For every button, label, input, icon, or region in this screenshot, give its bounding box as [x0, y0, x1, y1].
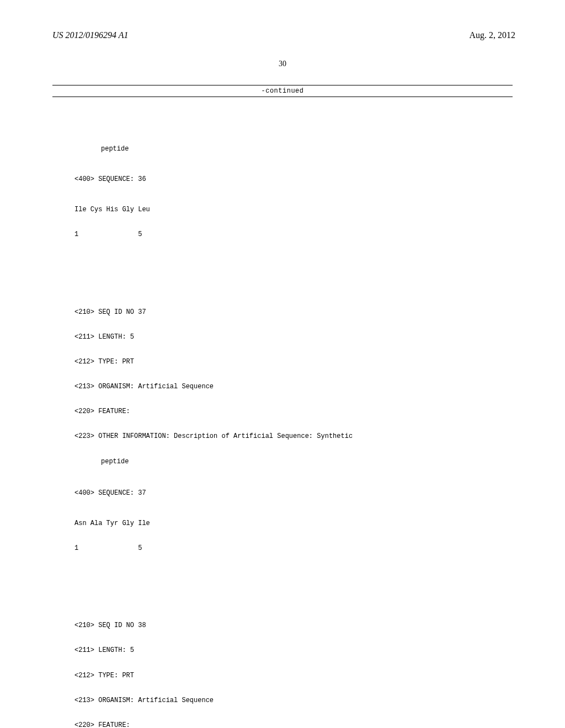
seq-header-212: <212> TYPE: PRT — [74, 358, 513, 366]
publication-date: Aug. 2, 2012 — [469, 30, 515, 40]
sequence-block-37: <210> SEQ ID NO 37 <211> LENGTH: 5 <212>… — [74, 292, 513, 569]
sequence-block-36: peptide <400> SEQUENCE: 36 Ile Cys His G… — [74, 129, 513, 254]
seq-header-210: <210> SEQ ID NO 37 — [74, 308, 513, 316]
sequence-400: <400> SEQUENCE: 36 — [74, 175, 513, 183]
sequence-positions: 1 5 — [74, 544, 513, 552]
seq-header-211: <211> LENGTH: 5 — [74, 646, 513, 654]
publication-number: US 2012/0196294 A1 — [52, 30, 128, 40]
seq-header-220: <220> FEATURE: — [74, 408, 513, 415]
seq-header-213: <213> ORGANISM: Artificial Sequence — [74, 697, 513, 704]
seq-header-210: <210> SEQ ID NO 38 — [74, 622, 513, 629]
seq-header-223: <223> OTHER INFORMATION: Description of … — [74, 432, 513, 440]
page-number: 30 — [0, 60, 565, 68]
continued-wrapper: -continued — [52, 85, 513, 97]
seq-header-213: <213> ORGANISM: Artificial Sequence — [74, 383, 513, 390]
seq-header-220: <220> FEATURE: — [74, 721, 513, 728]
sequence-400: <400> SEQUENCE: 37 — [74, 489, 513, 497]
continued-label: -continued — [52, 85, 513, 97]
page-header: US 2012/0196294 A1 Aug. 2, 2012 — [0, 0, 565, 46]
sequence-positions: 1 5 — [74, 231, 513, 238]
seq-header-211: <211> LENGTH: 5 — [74, 333, 513, 341]
sequence-block-38: <210> SEQ ID NO 38 <211> LENGTH: 5 <212>… — [74, 606, 513, 728]
seq-header-212: <212> TYPE: PRT — [74, 672, 513, 679]
sequence-listing: peptide <400> SEQUENCE: 36 Ile Cys His G… — [74, 105, 513, 728]
sequence-residues: Ile Cys His Gly Leu — [74, 206, 513, 213]
peptide-label: peptide — [74, 458, 513, 465]
peptide-label: peptide — [74, 145, 513, 153]
sequence-residues: Asn Ala Tyr Gly Ile — [74, 520, 513, 527]
